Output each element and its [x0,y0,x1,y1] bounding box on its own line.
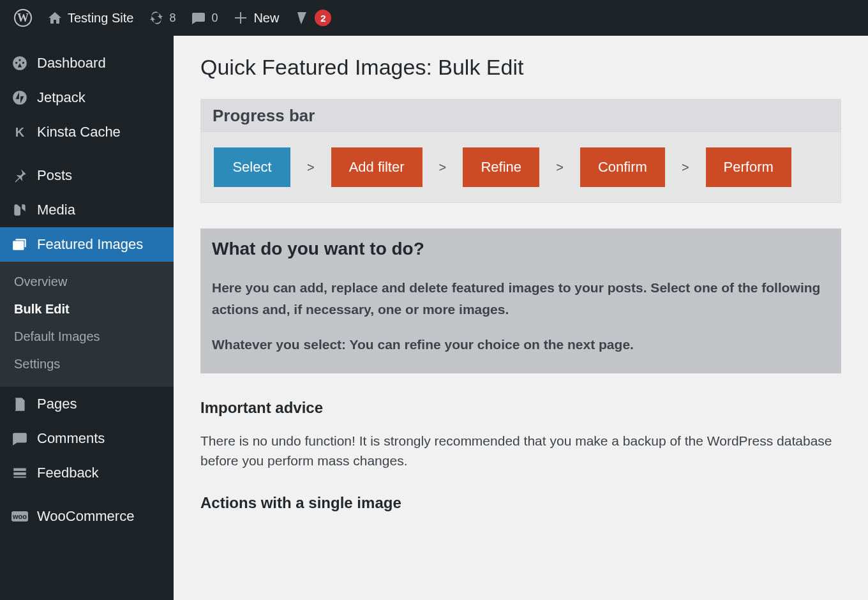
sidebar-submenu: Overview Bulk Edit Default Images Settin… [0,262,174,387]
submenu-bulk-edit[interactable]: Bulk Edit [0,296,174,323]
jetpack-icon [11,89,28,106]
pin-icon [11,167,28,184]
submenu-settings[interactable]: Settings [0,350,174,378]
comment-icon [191,10,206,26]
step-select[interactable]: Select [214,147,290,187]
images-icon [11,236,28,253]
svg-point-0 [13,91,27,105]
step-separator: > [290,160,331,175]
feedback-icon [11,465,28,481]
sidebar-item-featured-images[interactable]: Featured Images [0,227,174,262]
intro-heading: What do you want to do? [212,239,830,259]
yoast-icon [294,10,310,26]
step-separator: > [423,160,463,175]
dashboard-icon [11,55,28,71]
new-content-menu[interactable]: New [225,0,287,36]
site-name-menu[interactable]: Testing Site [40,0,141,36]
yoast-menu[interactable]: 2 [287,0,339,36]
home-icon [47,10,63,26]
sidebar-item-label: Feedback [37,465,99,481]
step-separator: > [539,160,580,175]
sidebar-item-label: Media [37,202,75,218]
wordpress-icon: W [14,9,32,27]
comments-menu[interactable]: 0 [183,0,225,36]
sidebar-item-posts[interactable]: Posts [0,158,174,193]
sidebar-item-feedback[interactable]: Feedback [0,456,174,490]
plus-icon [233,10,248,26]
sidebar-item-comments[interactable]: Comments [0,421,174,456]
step-perform[interactable]: Perform [706,147,791,187]
updates-menu[interactable]: 8 [141,0,183,36]
page-title: Quick Featured Images: Bulk Edit [200,55,841,80]
sidebar-item-label: Pages [37,396,77,412]
update-icon [149,10,164,26]
sidebar-item-label: Jetpack [37,89,86,106]
media-icon [11,202,28,218]
step-add-filter[interactable]: Add filter [331,147,423,187]
admin-toolbar: W Testing Site 8 0 New 2 [0,0,868,36]
comments-count: 0 [211,11,218,25]
site-name-label: Testing Site [68,11,133,26]
step-separator: > [665,160,706,175]
sidebar-item-label: Comments [37,430,105,447]
kinsta-icon: K [11,124,28,140]
advice-text: There is no undo function! It is strongl… [200,431,841,471]
sidebar-item-label: WooCommerce [37,508,134,525]
sidebar-item-label: Kinsta Cache [37,124,121,140]
new-label: New [253,11,279,26]
progress-steps: Select > Add filter > Refine > Confirm >… [214,147,841,187]
updates-count: 8 [169,11,176,25]
step-refine[interactable]: Refine [463,147,539,187]
sidebar-item-label: Featured Images [37,236,143,253]
sidebar-item-media[interactable]: Media [0,193,174,227]
woocommerce-icon: woo [11,511,28,521]
intro-text-2: Whatever you select: You can refine your… [212,334,830,356]
sidebar-item-label: Dashboard [37,55,106,71]
yoast-badge: 2 [315,10,331,26]
advice-heading: Important advice [200,399,841,417]
step-confirm[interactable]: Confirm [580,147,665,187]
progress-panel: Progress bar Select > Add filter > Refin… [200,99,841,203]
submenu-default-images[interactable]: Default Images [0,323,174,350]
intro-text-1: Here you can add, replace and delete fea… [212,277,830,320]
sidebar-item-woocommerce[interactable]: woo WooCommerce [0,499,174,534]
submenu-overview[interactable]: Overview [0,268,174,296]
pages-icon [11,396,28,412]
comments-icon [11,430,28,447]
sidebar-item-jetpack[interactable]: Jetpack [0,80,174,115]
admin-sidebar: Dashboard Jetpack K Kinsta Cache Posts M… [0,36,174,600]
sidebar-item-kinsta[interactable]: K Kinsta Cache [0,115,174,149]
advice-section: Important advice There is no undo functi… [200,399,841,471]
progress-panel-header: Progress bar [201,100,841,132]
sidebar-item-dashboard[interactable]: Dashboard [0,46,174,80]
wp-logo-menu[interactable]: W [6,0,40,36]
actions-single-heading: Actions with a single image [200,494,841,512]
sidebar-item-pages[interactable]: Pages [0,387,174,421]
intro-panel: What do you want to do? Here you can add… [200,229,841,373]
main-content: Quick Featured Images: Bulk Edit Progres… [174,36,868,600]
sidebar-item-label: Posts [37,167,72,184]
actions-single-section: Actions with a single image [200,494,841,512]
